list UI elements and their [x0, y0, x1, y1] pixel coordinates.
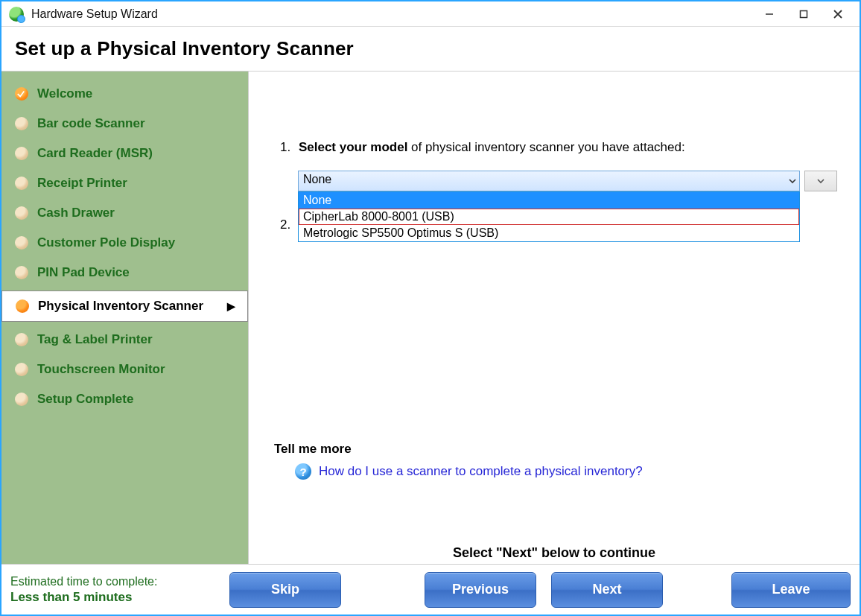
eta-value: Less than 5 minutes	[10, 589, 220, 605]
step-bullet-icon	[15, 147, 28, 160]
model-option-none[interactable]: None	[299, 192, 799, 209]
step-1-bold: Select your model	[299, 140, 407, 154]
next-button[interactable]: Next	[551, 572, 663, 608]
wizard-main-panel: 1. Select your model of physical invento…	[249, 72, 860, 564]
step-bullet-icon	[16, 299, 29, 313]
sidebar-item-label: Receipt Printer	[37, 176, 127, 191]
sidebar-item-label: Touchscreen Monitor	[37, 362, 165, 377]
step-bullet-icon	[15, 206, 28, 220]
wizard-footer: Estimated time to complete: Less than 5 …	[1, 564, 860, 615]
model-option-cipherlab[interactable]: CipherLab 8000-8001 (USB)	[299, 209, 799, 225]
previous-button[interactable]: Previous	[425, 572, 536, 608]
step-bullet-icon	[15, 117, 28, 130]
check-icon	[15, 87, 28, 101]
step-bullet-icon	[15, 363, 28, 376]
chevron-right-icon: ▶	[227, 300, 235, 312]
sidebar-item-label: Welcome	[37, 86, 92, 101]
help-link-row: ? How do I use a scanner to complete a p…	[295, 463, 643, 480]
close-button[interactable]	[821, 3, 855, 25]
page-title: Set up a Physical Inventory Scanner	[15, 37, 846, 60]
sidebar-item-card-reader[interactable]: Card Reader (MSR)	[1, 139, 248, 168]
next-hint-text: Select "Next" below to continue	[453, 545, 655, 561]
sidebar-item-label: Physical Inventory Scanner	[38, 299, 203, 314]
step-bullet-icon	[15, 333, 28, 346]
option-label: None	[303, 194, 331, 206]
sidebar-item-label: Cash Drawer	[37, 206, 115, 220]
model-select-value: None	[303, 173, 331, 185]
app-icon	[9, 7, 24, 22]
wizard-window: Hardware Setup Wizard Set up a Physical …	[0, 0, 861, 616]
wizard-body: Welcome Bar code Scanner Card Reader (MS…	[1, 72, 860, 564]
svg-rect-1	[801, 10, 807, 17]
model-select-list: None CipherLab 8000-8001 (USB) Metrologi…	[298, 191, 800, 242]
step-bullet-icon	[15, 236, 28, 250]
eta-label: Estimated time to complete:	[10, 574, 220, 589]
sidebar-item-pin-pad[interactable]: PIN Pad Device	[1, 258, 248, 288]
step-number: 2.	[280, 217, 290, 232]
sidebar-item-label: Setup Complete	[37, 392, 133, 407]
sidebar-item-label: Customer Pole Display	[37, 235, 175, 250]
sidebar-item-cash-drawer[interactable]: Cash Drawer	[1, 198, 248, 228]
step-number: 1.	[280, 140, 290, 154]
titlebar: Hardware Setup Wizard	[1, 1, 860, 27]
model-select[interactable]: None	[298, 171, 800, 191]
sidebar-item-receipt-printer[interactable]: Receipt Printer	[1, 168, 248, 198]
model-option-metrologic[interactable]: Metrologic SP5500 Optimus S (USB)	[299, 225, 799, 241]
sidebar-item-setup-complete[interactable]: Setup Complete	[1, 384, 248, 414]
sidebar-item-label: Bar code Scanner	[37, 116, 145, 131]
step-1-instruction: 1. Select your model of physical invento…	[280, 140, 685, 155]
sidebar-item-label: Tag & Label Printer	[37, 332, 153, 347]
model-dropdown-group: None	[298, 171, 837, 191]
sidebar-item-touchscreen-monitor[interactable]: Touchscreen Monitor	[1, 355, 248, 384]
step-bullet-icon	[15, 266, 28, 279]
sidebar-item-label: Card Reader (MSR)	[37, 146, 153, 161]
maximize-button[interactable]	[787, 3, 821, 25]
leave-button[interactable]: Leave	[731, 572, 851, 608]
step-bullet-icon	[15, 177, 28, 190]
help-icon: ?	[295, 463, 311, 480]
skip-button[interactable]: Skip	[229, 572, 341, 608]
sidebar-item-physical-inventory-scanner[interactable]: Physical Inventory Scanner ▶	[1, 290, 248, 322]
help-link[interactable]: How do I use a scanner to complete a phy…	[319, 464, 643, 479]
step-bullet-icon	[15, 393, 28, 406]
page-header: Set up a Physical Inventory Scanner	[1, 27, 860, 72]
step-1-rest: of physical inventory scanner you have a…	[411, 140, 685, 154]
minimize-button[interactable]	[752, 3, 787, 25]
tell-me-more-heading: Tell me more	[274, 442, 352, 457]
option-label: CipherLab 8000-8001 (USB)	[303, 210, 454, 223]
sidebar-item-label: PIN Pad Device	[37, 265, 130, 280]
sidebar-item-tag-label-printer[interactable]: Tag & Label Printer	[1, 325, 248, 355]
sidebar-item-pole-display[interactable]: Customer Pole Display	[1, 228, 248, 258]
option-label: Metrologic SP5500 Optimus S (USB)	[303, 226, 498, 239]
window-title: Hardware Setup Wizard	[31, 7, 158, 21]
eta-block: Estimated time to complete: Less than 5 …	[10, 574, 220, 605]
sidebar-item-welcome[interactable]: Welcome	[1, 79, 248, 109]
wizard-steps-sidebar: Welcome Bar code Scanner Card Reader (MS…	[1, 72, 249, 564]
sidebar-item-barcode-scanner[interactable]: Bar code Scanner	[1, 109, 248, 139]
model-select-side-button[interactable]	[804, 171, 837, 191]
